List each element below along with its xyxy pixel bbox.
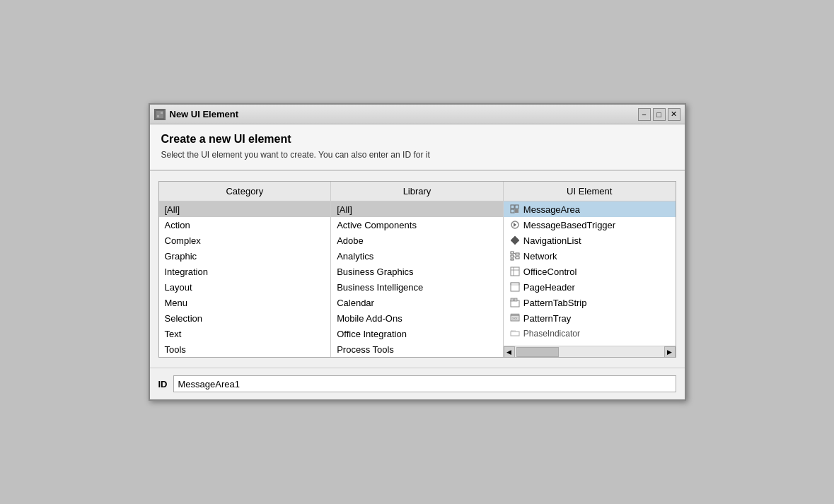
ui-element-column: UI Element Me (504, 182, 676, 357)
list-item[interactable]: Calendar (331, 295, 503, 310)
list-item[interactable]: PatternTabStrip (504, 295, 676, 310)
list-item[interactable]: Layout (159, 279, 331, 295)
message-area-icon (509, 204, 521, 215)
list-item[interactable]: Menu (159, 295, 331, 310)
category-list-container: [All] Action Complex Graphic Integration… (159, 201, 331, 357)
svg-rect-6 (511, 209, 514, 213)
list-item[interactable]: Office Integration (331, 326, 503, 341)
list-item[interactable]: Graphic (159, 248, 331, 264)
list-item[interactable]: Text (159, 326, 331, 341)
window-controls: − □ ✕ (638, 108, 680, 121)
list-item[interactable]: nnn PhaseIndicator (504, 326, 676, 341)
list-item[interactable]: Analytics (331, 248, 503, 264)
list-item[interactable]: Complex (159, 233, 331, 248)
title-bar-left: New UI Element (154, 109, 239, 120)
pattern-tab-icon (509, 297, 521, 308)
list-item[interactable]: [All] (159, 201, 331, 217)
columns-wrapper: Category [All] Action Complex Graphic In… (158, 181, 676, 358)
svg-rect-24 (514, 298, 517, 301)
svg-rect-10 (511, 252, 514, 254)
diamond-icon (509, 235, 521, 246)
list-item[interactable]: Network (504, 248, 676, 264)
svg-rect-20 (511, 283, 519, 291)
ui-element-list[interactable]: MessageArea MessageBasedTrigger (504, 201, 676, 346)
library-list-container: [All] Active Components Adobe Analytics … (331, 201, 503, 357)
scroll-right-button[interactable]: ▶ (664, 346, 676, 358)
list-item[interactable]: Adobe (331, 233, 503, 248)
page-header-icon (509, 281, 521, 293)
dialog-subtitle: Select the UI element you want to create… (161, 150, 673, 160)
list-item[interactable]: Active Components (331, 217, 503, 233)
office-control-icon (509, 266, 521, 277)
svg-text:nnn: nnn (511, 329, 516, 332)
svg-text:xxx: xxx (512, 316, 518, 320)
close-button[interactable]: ✕ (668, 108, 680, 121)
ui-element-list-container: MessageArea MessageBasedTrigger (504, 201, 676, 346)
svg-rect-4 (511, 205, 514, 209)
main-window: New UI Element − □ ✕ Create a new UI ele… (149, 103, 686, 401)
list-item[interactable]: OfficeControl (504, 264, 676, 279)
trigger-icon (509, 219, 521, 230)
list-item[interactable]: Business Graphics (331, 264, 503, 279)
list-item[interactable]: PageHeader (504, 279, 676, 295)
window-icon (154, 109, 166, 120)
list-item[interactable]: Action (159, 217, 331, 233)
dialog-title: Create a new UI element (161, 133, 673, 146)
category-header: Category (159, 182, 331, 201)
svg-rect-3 (157, 115, 159, 117)
category-column: Category [All] Action Complex Graphic In… (159, 182, 332, 357)
svg-rect-2 (161, 112, 163, 114)
list-item[interactable]: Integration (159, 264, 331, 279)
svg-rect-1 (157, 112, 160, 115)
svg-rect-23 (511, 298, 514, 301)
network-icon (509, 250, 521, 262)
svg-rect-13 (516, 253, 519, 255)
id-bar: ID (150, 368, 685, 399)
svg-rect-12 (511, 259, 514, 260)
list-item[interactable]: Tools (159, 341, 331, 357)
list-item[interactable]: xxx PatternTray (504, 310, 676, 326)
list-item[interactable]: MessageArea (504, 201, 676, 217)
list-item[interactable]: MessageBasedTrigger (504, 217, 676, 233)
list-item[interactable]: Selection (159, 310, 331, 326)
svg-rect-5 (515, 205, 519, 209)
horizontal-scrollbar: ◀ ▶ (504, 346, 676, 357)
ui-element-header: UI Element (504, 182, 676, 201)
header-section: Create a new UI element Select the UI el… (150, 124, 685, 171)
library-header: Library (331, 182, 503, 201)
id-label: ID (158, 379, 168, 389)
list-item[interactable]: [All] (331, 201, 503, 217)
list-item[interactable]: NavigationList (504, 233, 676, 248)
phase-indicator-icon: nnn (509, 328, 521, 339)
list-item[interactable]: Mobile Add-Ons (331, 310, 503, 326)
id-input[interactable] (173, 375, 676, 392)
title-bar: New UI Element − □ ✕ (150, 105, 685, 124)
scroll-left-button[interactable]: ◀ (504, 346, 515, 358)
category-list[interactable]: [All] Action Complex Graphic Integration… (159, 201, 331, 357)
svg-rect-14 (516, 257, 519, 259)
svg-rect-11 (511, 255, 514, 257)
svg-rect-26 (511, 314, 519, 315)
list-item[interactable]: Business Intelligence (331, 279, 503, 295)
hscroll-thumb[interactable] (516, 347, 559, 357)
svg-rect-7 (515, 209, 519, 213)
svg-rect-17 (511, 267, 519, 276)
svg-marker-9 (511, 236, 519, 245)
pattern-tray-icon: xxx (509, 312, 521, 324)
library-column: Library [All] Active Components Adobe An… (331, 182, 504, 357)
restore-button[interactable]: □ (653, 108, 666, 121)
minimize-button[interactable]: − (638, 108, 651, 121)
list-item[interactable]: Process Tools (331, 341, 503, 357)
content-area: Category [All] Action Complex Graphic In… (150, 171, 685, 368)
window-title: New UI Element (170, 109, 239, 119)
library-list[interactable]: [All] Active Components Adobe Analytics … (331, 201, 503, 357)
